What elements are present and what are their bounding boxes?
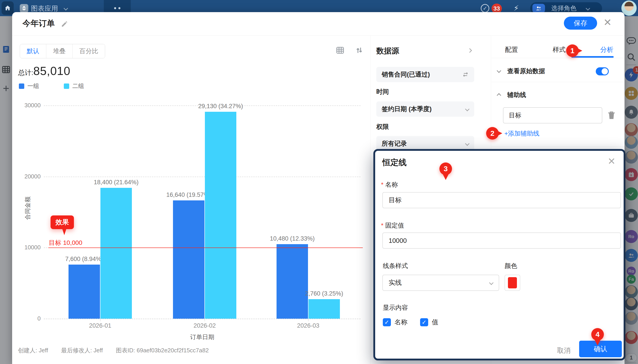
y-tick-label: 0: [17, 315, 41, 322]
display-checkbox-名称[interactable]: ✓名称: [383, 318, 408, 327]
app-switch-chevron-icon[interactable]: [64, 6, 68, 10]
time-field-value: 签约日期 (本季度): [382, 105, 432, 113]
dock-check-icon[interactable]: [625, 188, 638, 200]
chart-meta-footer: 创建人: Jeff 最后修改人: Jeff 图表ID: 69aef03b2e20…: [18, 346, 209, 354]
view-raw-divider: [491, 82, 624, 82]
app-stage: 16RoRoFa1 图表应用 ✓ 33 ⚡ 选择角色: [0, 0, 638, 364]
line-style-select[interactable]: 实线: [382, 275, 499, 291]
dock-app-grid-icon[interactable]: [625, 87, 638, 100]
settings-tab-样式[interactable]: 样式: [553, 45, 566, 54]
dock-avatar-icon[interactable]: [625, 150, 638, 164]
modal-close-icon[interactable]: ✕: [608, 157, 615, 166]
dock-avatar-icon[interactable]: [625, 123, 638, 136]
permission-value: 所有记录: [382, 139, 407, 148]
dock-chat-bubble-icon[interactable]: [626, 36, 637, 47]
x-tick: [100, 319, 100, 321]
modifier-label: 最后修改人: Jeff: [61, 346, 103, 354]
quick-actions-icon[interactable]: ⚡: [514, 4, 519, 12]
y-tick-label: 10000: [17, 244, 41, 251]
save-button[interactable]: 保存: [564, 16, 597, 30]
line-style-value: 实线: [389, 278, 402, 287]
dock-badge-fa-icon[interactable]: Fa: [627, 275, 636, 284]
dock-people-icon[interactable]: [625, 249, 638, 262]
chart-datasource-divider: [370, 36, 371, 364]
dock-search-icon[interactable]: [626, 52, 637, 62]
color-swatch: [508, 277, 517, 288]
dock-badge-ro-icon[interactable]: Ro: [627, 266, 636, 276]
step-1-badge: 1: [566, 44, 579, 57]
datasource-entity-field[interactable]: 销售合同(已通过): [376, 67, 474, 82]
datasource-expand-chevron-icon[interactable]: [468, 48, 472, 53]
fixed-value-label: * 固定值: [381, 221, 404, 230]
color-label: 颜色: [505, 262, 517, 270]
add-aux-line-link[interactable]: +添加辅助线: [504, 129, 539, 138]
line-style-chevron-icon: [489, 280, 494, 285]
legend-label: 一组: [28, 82, 39, 90]
dock-briefcase-icon[interactable]: [625, 209, 638, 222]
bar-二组-2026-03[interactable]: [308, 299, 340, 319]
view-raw-collapse-chevron-icon[interactable]: [497, 68, 501, 73]
x-tick-label: 2026-02: [180, 322, 229, 329]
target-reference-line[interactable]: [48, 248, 363, 248]
settings-tab-配置[interactable]: 配置: [505, 45, 518, 54]
dock-bell-icon[interactable]: [625, 106, 638, 119]
aux-line-name-input[interactable]: 目标: [503, 107, 602, 124]
tasks-check-icon[interactable]: ✓: [481, 4, 489, 12]
cancel-button[interactable]: 取消: [553, 344, 575, 357]
app-people-icon: [21, 6, 27, 11]
home-button[interactable]: [2, 1, 14, 15]
fixed-value-input[interactable]: 10000: [382, 232, 621, 249]
legend-swatch: [64, 84, 69, 89]
legend-label: 二组: [72, 82, 84, 90]
display-checkbox-值[interactable]: ✓值: [420, 318, 438, 327]
app-name[interactable]: 图表应用: [31, 4, 58, 13]
user-avatar[interactable]: [621, 0, 637, 16]
sort-swap-icon[interactable]: [355, 46, 364, 55]
chart-mode-tab-百分比[interactable]: 百分比: [73, 44, 105, 58]
app-icon[interactable]: [20, 4, 28, 12]
bar-一组-2026-03[interactable]: [276, 244, 308, 319]
aux-collapse-chevron-icon[interactable]: [497, 93, 501, 98]
legend-item[interactable]: 二组: [64, 82, 84, 90]
data-table-icon[interactable]: [336, 46, 345, 55]
aux-line-name-value: 目标: [509, 111, 521, 120]
dock-avatar-icon[interactable]: [625, 285, 638, 298]
dock-lightning-icon[interactable]: 1: [625, 68, 638, 82]
dock-badge-ro-icon[interactable]: Ro: [625, 230, 638, 243]
settings-tab-分析[interactable]: 分析: [600, 45, 613, 54]
legend-item[interactable]: 一组: [19, 82, 39, 90]
dock-plus-one-pill[interactable]: 1: [625, 353, 637, 362]
aux-section-label: 辅助线: [507, 91, 526, 99]
dock-avatar-icon[interactable]: [625, 331, 638, 344]
panel-close-icon[interactable]: ✕: [603, 18, 612, 28]
name-input[interactable]: 目标: [382, 192, 621, 208]
view-raw-toggle[interactable]: [596, 67, 609, 76]
total-label: 总计:: [18, 68, 33, 78]
sidebar-form-doc-icon[interactable]: [1, 44, 12, 55]
settings-tabs: 配置样式分析: [505, 45, 617, 54]
dock-calendar-icon[interactable]: 6: [625, 168, 638, 181]
x-axis-title: 订单日期: [44, 333, 361, 341]
dock-avatar-icon[interactable]: [625, 312, 638, 325]
chart-mode-tab-堆叠[interactable]: 堆叠: [46, 44, 73, 58]
chart-mode-tab-默认[interactable]: 默认: [20, 44, 46, 58]
bar-二组-2026-02[interactable]: [205, 112, 236, 319]
required-asterisk: *: [381, 181, 384, 188]
delete-aux-line-trash-icon[interactable]: [607, 110, 616, 120]
time-field-select[interactable]: 签约日期 (本季度): [376, 102, 474, 117]
step-3-badge: 3: [439, 162, 452, 175]
legend-swatch: [19, 84, 24, 89]
bar-value-label: 2,760 (3.25%): [288, 290, 360, 297]
header-divider: [12, 36, 624, 36]
step-2-badge: 2: [486, 127, 499, 140]
sidebar-plus-icon[interactable]: [1, 83, 12, 94]
edit-title-pencil-icon[interactable]: [61, 21, 68, 28]
bar-一组-2026-02[interactable]: [173, 200, 204, 319]
swap-datasource-icon[interactable]: [462, 72, 469, 78]
dock-avatar-icon[interactable]: [625, 136, 638, 149]
sidebar-table-grid-icon[interactable]: [1, 64, 12, 75]
bar-一组-2026-01[interactable]: [69, 264, 100, 319]
dock-avatar-icon[interactable]: [625, 297, 638, 310]
bar-二组-2026-01[interactable]: [100, 188, 132, 319]
color-picker[interactable]: [505, 275, 520, 291]
